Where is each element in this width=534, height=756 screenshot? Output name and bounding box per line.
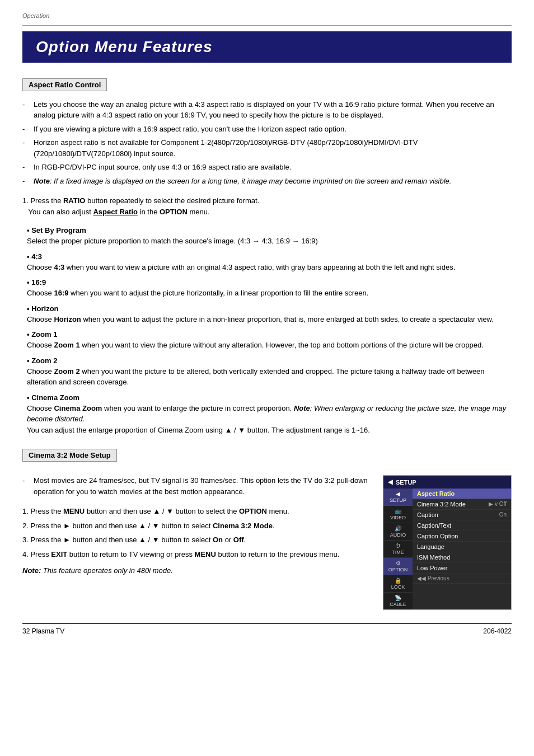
cinema32-bullet-1: - Most movies are 24 frames/sec, but TV … — [22, 475, 372, 497]
option-horizon-desc: Choose Horizon when you want to adjust t… — [27, 314, 512, 325]
cinema32mode-bold: Cinema 3:2 Mode — [213, 522, 273, 530]
menu-row-caption-text: Caption/Text — [413, 520, 511, 531]
setup-icon: ◀ — [388, 478, 392, 486]
cinema32-step-4: 4. Press EXIT button to return to TV vie… — [22, 549, 372, 560]
bullet-text-5: Note: If a fixed image is displayed on t… — [34, 176, 512, 187]
dash-3: - — [22, 137, 31, 159]
cinema32-bullet-text-1: Most movies are 24 frames/sec, but TV si… — [34, 475, 372, 497]
menu-bold-1: MENU — [63, 507, 85, 515]
option-zoom2-desc: Choose Zoom 2 when you want the picture … — [27, 366, 512, 388]
menu-sidebar: ◀SETUP 📺VIDEO 🔊AUDIO ⏱TIME ⚙OPTION 🔒LOCK… — [383, 489, 413, 609]
aspect-ratio-bold: Aspect Ratio — [93, 208, 137, 216]
bullet-text-4: In RGB-PC/DVI-PC input source, only use … — [34, 162, 512, 173]
sidebar-cable: 📡CABLE — [383, 593, 413, 609]
cinema32-step-3: 3. Press the ► button and then use ▲ / ▼… — [22, 534, 372, 546]
cinema32-label: Cinema 3:2 Mode — [417, 501, 466, 508]
option-bold: OPTION — [160, 208, 188, 216]
cinema32-intro-bullets: - Most movies are 24 frames/sec, but TV … — [22, 475, 372, 497]
bullet-item-5: - Note: If a fixed image is displayed on… — [22, 176, 512, 187]
exit-bold: EXIT — [51, 550, 67, 558]
caption-label: Caption — [417, 511, 438, 518]
option-zoom1-title: • Zoom 1 — [27, 330, 512, 339]
menu-row-cinema32: Cinema 3:2 Mode▶ v Off — [413, 499, 511, 510]
sidebar-lock: 🔒LOCK — [383, 575, 413, 593]
section1-label: Aspect Ratio Control — [22, 78, 107, 91]
cinema32-layout: - Most movies are 24 frames/sec, but TV … — [22, 475, 512, 610]
cinema32-dash-1: - — [22, 475, 31, 497]
option-cinema-zoom-title: • Cinema Zoom — [27, 393, 512, 402]
sidebar-time: ⏱TIME — [383, 541, 413, 558]
bullet-text-3: Horizon aspect ratio is not available fo… — [34, 137, 512, 159]
menu-rows: Aspect Ratio Cinema 3:2 Mode▶ v Off Capt… — [413, 489, 511, 609]
menu-row-caption: CaptionOn — [413, 510, 511, 520]
option-set-by-program-title: • Set By Program — [27, 226, 512, 234]
cinema32-text: - Most movies are 24 frames/sec, but TV … — [22, 475, 372, 610]
caption-value: On — [499, 511, 507, 518]
bullet-text-2: If you are viewing a picture with a 16:9… — [34, 124, 512, 135]
footer-left: 32 Plasma TV — [22, 627, 64, 635]
menu-row-ism: ISM Method — [413, 552, 511, 563]
footer: 32 Plasma TV 206-4022 — [22, 623, 512, 635]
cinema32-value: ▶ v Off — [489, 501, 507, 508]
option-set-by-program: • Set By Program Select the proper pictu… — [27, 226, 512, 247]
option-zoom2-title: • Zoom 2 — [27, 356, 512, 365]
note-bold-3: Note: — [22, 566, 41, 575]
step1-section: 1. Press the RATIO button repeatedly to … — [22, 195, 512, 217]
bullet-item-2: - If you are viewing a picture with a 16… — [22, 124, 512, 135]
off-bold: Off — [233, 536, 244, 544]
bullet-item-1: - Lets you choose the way an analog pict… — [22, 99, 512, 121]
bold-16-9: 16:9 — [54, 289, 68, 297]
dash-5: - — [22, 176, 31, 187]
option-16-9-desc: Choose 16:9 when you want to adjust the … — [27, 288, 512, 299]
menu-row-language: Language — [413, 542, 511, 552]
menu-row-previous: ◀◀ Previous — [413, 574, 511, 584]
option-16-9: • 16:9 Choose 16:9 when you want to adju… — [27, 278, 512, 299]
dash-2: - — [22, 124, 31, 135]
sidebar-video: 📺VIDEO — [383, 506, 413, 523]
footer-right: 206-4022 — [483, 627, 512, 635]
option-bold-1: OPTION — [239, 507, 267, 515]
bullet-item-3: - Horizon aspect ratio is not available … — [22, 137, 512, 159]
section-cinema32: Cinema 3:2 Mode Setup - Most movies are … — [22, 449, 512, 610]
operation-label: Operation — [22, 11, 512, 21]
bullet-item-4: - In RGB-PC/DVI-PC input source, only us… — [22, 162, 512, 173]
option-zoom2: • Zoom 2 Choose Zoom 2 when you want the… — [27, 356, 512, 388]
option-4-3-title: • 4:3 — [27, 252, 512, 261]
note-italic-3: This feature operates only in 480i mode. — [43, 566, 173, 575]
option-cinema-zoom-desc: Choose Cinema Zoom when you want to enla… — [27, 403, 512, 436]
menu-row-caption-option: Caption Option — [413, 531, 511, 542]
bold-zoom1: Zoom 1 — [54, 341, 79, 349]
cinema32-steps: 1. Press the MENU button and then use ▲ … — [22, 506, 372, 560]
menu-mockup: ◀ SETUP ◀SETUP 📺VIDEO 🔊AUDIO ⏱TIME ⚙OPTI… — [383, 475, 512, 610]
menu-row-low-power: Low Power — [413, 563, 511, 574]
option-4-3-desc: Choose 4:3 when you want to view a pictu… — [27, 262, 512, 273]
bold-cinema-zoom: Cinema Zoom — [54, 404, 102, 412]
on-bold: On — [213, 536, 223, 544]
note-bold2: Note — [294, 404, 310, 412]
section1-bullets: - Lets you choose the way an analog pict… — [22, 99, 512, 187]
option-zoom1: • Zoom 1 Choose Zoom 1 when you want to … — [27, 330, 512, 351]
bullet-text-1: Lets you choose the way an analog pictur… — [34, 99, 512, 121]
option-horizon: • Horizon Choose Horizon when you want t… — [27, 304, 512, 325]
cinema32-note: Note: This feature operates only in 480i… — [22, 565, 372, 576]
bold-4-3: 4:3 — [54, 263, 64, 271]
cinema32-step-1: 1. Press the MENU button and then use ▲ … — [22, 506, 372, 517]
menu-row-aspect-ratio: Aspect Ratio — [413, 489, 511, 499]
sidebar-audio: 🔊AUDIO — [383, 523, 413, 541]
cinema32-step-2: 2. Press the ► button and then use ▲ / ▼… — [22, 520, 372, 532]
bold-horizon: Horizon — [54, 315, 81, 323]
dash-1: - — [22, 99, 31, 121]
menu-header: ◀ SETUP — [383, 476, 511, 489]
option-horizon-title: • Horizon — [27, 304, 512, 313]
option-4-3: • 4:3 Choose 4:3 when you want to view a… — [27, 252, 512, 273]
menu-body: ◀SETUP 📺VIDEO 🔊AUDIO ⏱TIME ⚙OPTION 🔒LOCK… — [383, 489, 511, 609]
note-bold: Note — [34, 177, 50, 185]
dash-4: - — [22, 162, 31, 173]
option-cinema-zoom: • Cinema Zoom Choose Cinema Zoom when yo… — [27, 393, 512, 436]
ratio-bold: RATIO — [63, 196, 85, 205]
option-zoom1-desc: Choose Zoom 1 when you want to view the … — [27, 340, 512, 351]
sidebar-setup: ◀SETUP — [383, 489, 413, 506]
section-aspect-ratio: Aspect Ratio Control - Lets you choose t… — [22, 78, 512, 436]
step1-intro: 1. Press the RATIO button repeatedly to … — [22, 195, 512, 217]
option-16-9-title: • 16:9 — [27, 278, 512, 287]
